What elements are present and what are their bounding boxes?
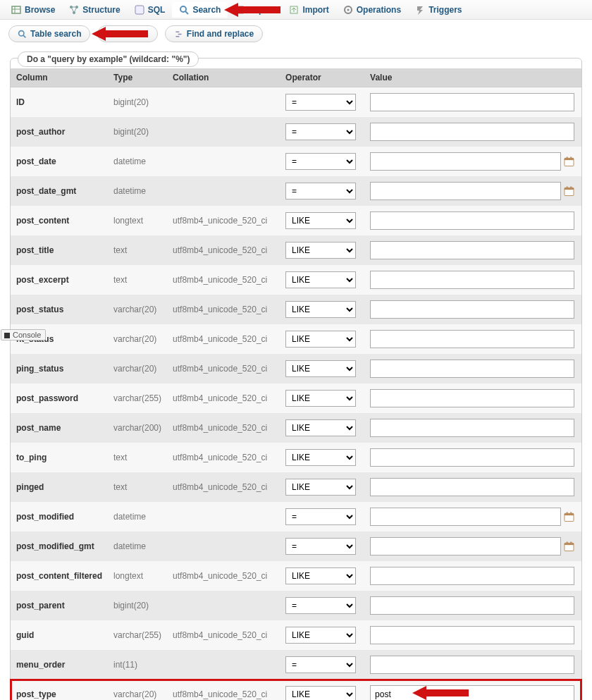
- col-name: post_password: [11, 383, 108, 413]
- col-value: [364, 620, 581, 650]
- operator-select[interactable]: LIKE: [285, 242, 356, 259]
- row-post_type: post_typevarchar(20)utf8mb4_unicode_520_…: [11, 680, 581, 700]
- col-name: post_excerpt: [11, 265, 108, 295]
- value-input[interactable]: [370, 360, 574, 378]
- row-post_excerpt: post_excerpttextutf8mb4_unicode_520_ciLI…: [11, 265, 581, 295]
- operator-select[interactable]: LIKE: [285, 212, 356, 229]
- operator-select[interactable]: LIKE: [285, 479, 356, 496]
- operator-select[interactable]: LIKE: [285, 301, 356, 318]
- row-post_date: post_datedatetime=: [11, 147, 581, 176]
- calendar-icon[interactable]: [564, 185, 574, 197]
- col-type: int(11): [108, 650, 167, 680]
- operator-select[interactable]: =: [285, 183, 356, 199]
- operator-select[interactable]: =: [285, 597, 356, 614]
- value-input[interactable]: [370, 626, 574, 644]
- operator-select[interactable]: LIKE: [285, 449, 356, 466]
- col-type: bigint(20): [108, 87, 167, 118]
- operator-select[interactable]: =: [285, 508, 356, 525]
- calendar-icon[interactable]: [564, 511, 574, 522]
- sql-icon: [135, 5, 144, 15]
- col-value: [364, 87, 581, 118]
- tab-export[interactable]: Export: [228, 2, 282, 18]
- row-post_modified: post_modifieddatetime=: [11, 502, 581, 532]
- row-menu_order: menu_orderint(11)=: [11, 650, 581, 680]
- row-ping_status: ping_statusvarchar(20)utf8mb4_unicode_52…: [11, 354, 581, 383]
- value-input[interactable]: [370, 508, 561, 526]
- col-operator: LIKE: [280, 443, 364, 472]
- operator-select[interactable]: =: [285, 153, 356, 170]
- value-input[interactable]: [370, 656, 574, 674]
- col-operator: LIKE: [280, 354, 364, 383]
- value-input[interactable]: [370, 448, 574, 467]
- operator-select[interactable]: LIKE: [285, 390, 356, 407]
- operator-select[interactable]: =: [285, 123, 356, 140]
- value-input[interactable]: [370, 478, 574, 496]
- tab-sql[interactable]: SQL: [128, 2, 173, 18]
- search-card: Do a "query by example" (wildcard: "%") …: [10, 58, 582, 700]
- value-input[interactable]: [370, 330, 574, 348]
- svg-point-12: [347, 8, 349, 11]
- tab-operations[interactable]: Operations: [336, 2, 408, 18]
- operator-select[interactable]: LIKE: [285, 686, 356, 700]
- console-badge[interactable]: Console: [1, 329, 46, 340]
- value-input[interactable]: [370, 685, 574, 700]
- tab-label: Search: [192, 5, 221, 15]
- tab-structure[interactable]: Structure: [62, 2, 127, 18]
- col-value: [364, 532, 581, 561]
- col-operator: LIKE: [280, 413, 364, 443]
- search-icon: [18, 30, 27, 39]
- operator-select[interactable]: LIKE: [285, 360, 356, 377]
- col-operator: =: [280, 591, 364, 620]
- col-type: varchar(255): [108, 620, 167, 650]
- operator-select[interactable]: =: [285, 538, 356, 555]
- top-tabs: BrowseStructureSQLSearchExportImportOper…: [0, 0, 592, 20]
- operator-select[interactable]: =: [285, 94, 356, 111]
- value-input[interactable]: [370, 537, 561, 555]
- row-post_modified_gmt: post_modified_gmtdatetime=: [11, 532, 581, 561]
- svg-point-14: [19, 30, 24, 35]
- col-type: varchar(200): [108, 413, 167, 443]
- tab-import[interactable]: Import: [282, 2, 335, 18]
- svg-line-8: [185, 11, 188, 14]
- value-input[interactable]: [370, 152, 561, 171]
- col-collation: [167, 147, 280, 176]
- value-input[interactable]: [370, 241, 574, 259]
- value-input[interactable]: [370, 567, 574, 585]
- value-input[interactable]: [370, 389, 574, 407]
- value-input[interactable]: [370, 596, 574, 615]
- col-operator: LIKE: [280, 265, 364, 295]
- col-name: guid: [11, 620, 108, 650]
- value-input[interactable]: [370, 93, 574, 111]
- col-collation: utf8mb4_unicode_520_ci: [167, 383, 280, 413]
- tab-search[interactable]: Search: [172, 2, 228, 18]
- svg-rect-31: [567, 541, 568, 544]
- svg-rect-22: [565, 188, 574, 190]
- operator-select[interactable]: =: [285, 656, 356, 673]
- table-search-button[interactable]: Table search: [8, 25, 90, 42]
- col-value: [364, 383, 581, 413]
- value-input[interactable]: [370, 182, 561, 200]
- col-value: [364, 354, 581, 383]
- value-input[interactable]: [370, 123, 574, 141]
- value-input[interactable]: [370, 271, 574, 289]
- tab-browse[interactable]: Browse: [4, 2, 62, 18]
- value-input[interactable]: [370, 211, 574, 230]
- operator-select[interactable]: LIKE: [285, 567, 356, 584]
- svg-rect-30: [565, 543, 574, 545]
- col-name: ID: [11, 87, 108, 118]
- col-type: text: [108, 235, 167, 265]
- operator-select[interactable]: LIKE: [285, 271, 356, 288]
- find-replace-button[interactable]: Find and replace: [165, 25, 263, 42]
- calendar-icon[interactable]: [564, 541, 574, 552]
- col-collation: [167, 117, 280, 147]
- calendar-icon[interactable]: [564, 156, 574, 167]
- operator-select[interactable]: LIKE: [285, 419, 356, 436]
- col-value: [364, 206, 581, 235]
- tab-triggers[interactable]: Triggers: [408, 2, 469, 18]
- value-input[interactable]: [370, 300, 574, 319]
- operator-select[interactable]: LIKE: [285, 331, 356, 348]
- zoom-search-button[interactable]: arch: [97, 25, 157, 42]
- value-input[interactable]: [370, 419, 574, 437]
- operator-select[interactable]: LIKE: [285, 627, 356, 644]
- find-replace-icon: [174, 30, 183, 39]
